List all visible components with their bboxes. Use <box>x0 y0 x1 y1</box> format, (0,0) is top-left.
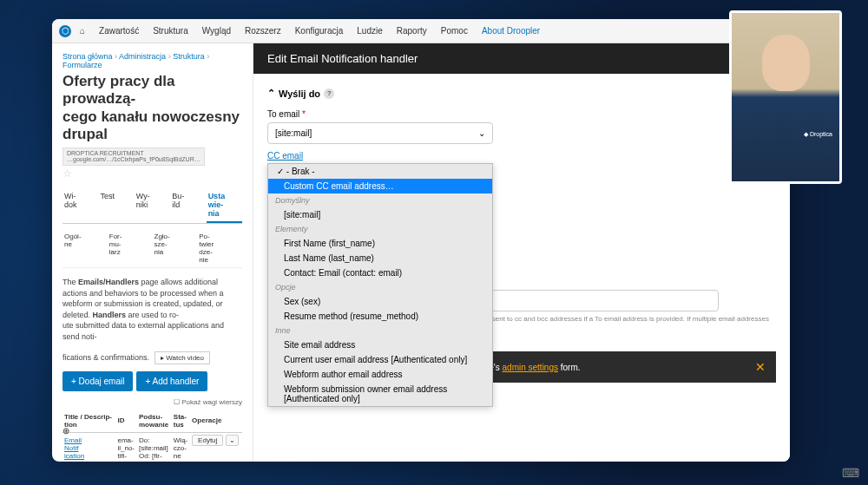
browser-window: ⬡ ⌂ Zawartość Struktura Wygląd Rozszerz … <box>52 19 790 462</box>
drag-handle-icon[interactable]: ⊕ <box>62 426 69 436</box>
breadcrumb-home[interactable]: Strona główna <box>62 52 113 61</box>
right-panel: Edit Email Notification handler ⌃ Wyślij… <box>253 43 790 462</box>
to-email-select[interactable]: [site:mail] ⌄ <box>267 122 493 144</box>
close-icon[interactable]: ✕ <box>755 360 766 374</box>
dialog-body: ⌃ Wyślij do ? To email * [site:mail] ⌄ C… <box>253 74 790 462</box>
opt-author[interactable]: Webform author email address <box>268 367 492 382</box>
handler-summary: Do: [site:mail] Od: [fir- st_name] [last… <box>137 432 172 462</box>
chevron-down-icon: ⌃ <box>267 88 275 99</box>
watch-video-button[interactable]: ▸ Watch video <box>155 351 210 364</box>
tab-test[interactable]: Test <box>98 188 134 223</box>
chevron-down-icon: ⌄ <box>478 128 485 138</box>
toolbar-konfiguracja[interactable]: Konfiguracja <box>290 24 349 37</box>
breadcrumb-struktura[interactable]: Struktura <box>173 52 205 61</box>
tab-ustawienia[interactable]: Usta wie- nia <box>207 188 242 223</box>
tab-build[interactable]: Bu- ild <box>170 188 206 223</box>
tab-wyniki[interactable]: Wy- niki <box>135 188 170 223</box>
toolbar-home-icon[interactable]: ⌂ <box>75 24 90 37</box>
group-options: Opcje <box>268 280 492 294</box>
opt-lastname[interactable]: Last Name (last_name) <box>268 251 492 265</box>
toolbar-wyglad[interactable]: Wygląd <box>197 24 236 37</box>
th-id: ID <box>115 410 137 433</box>
opt-current-user[interactable]: Current user email address [Authenticate… <box>268 352 492 367</box>
opt-site-email[interactable]: Site email address <box>268 338 492 352</box>
group-default: Domyślny <box>268 193 492 207</box>
dropdown-toggle[interactable]: ⌄ <box>226 435 239 446</box>
opt-resume[interactable]: Resume method (resume_method) <box>268 309 492 324</box>
theater-mode-icon[interactable]: ⌨ <box>842 466 859 480</box>
send-to-details[interactable]: ⌃ Wyślij do ? <box>267 84 776 102</box>
handler-id: ema- il_no- tifi- ca- tion <box>115 432 137 462</box>
cc-email-label: CC email <box>267 151 776 161</box>
primary-tabs: Wi- dok Test Wy- niki Bu- ild Usta wie- … <box>62 188 242 224</box>
opt-sex[interactable]: Sex (sex) <box>268 294 492 309</box>
opt-none[interactable]: - Brak - <box>268 164 492 179</box>
th-status: Sta- tus <box>172 410 190 433</box>
toolbar-zawartosc[interactable]: Zawartość <box>94 24 144 37</box>
desc-continued: fications & confirmations. <box>62 352 149 364</box>
webcam-overlay: ◆ Droptica <box>729 10 842 184</box>
help-icon[interactable]: ? <box>324 88 334 99</box>
opt-firstname[interactable]: First Name (first_name) <box>268 236 492 251</box>
dialog-title: Edit Email Notification handler <box>253 43 790 74</box>
source-badge: DROPTICA RECRUITMENT …google.com/…/1cCix… <box>62 147 205 166</box>
cc-email-dropdown[interactable]: - Brak - Custom CC email address… Domyśl… <box>267 163 493 407</box>
admin-toolbar: ⬡ ⌂ Zawartość Struktura Wygląd Rozszerz … <box>52 19 790 43</box>
toolbar-raporty[interactable]: Raporty <box>391 24 432 37</box>
breadcrumb-admin[interactable]: Administracja <box>119 52 166 61</box>
subtab-zgloszenia[interactable]: Zgło- sze- nia <box>153 229 198 267</box>
subtab-potwierdzenie[interactable]: Po- twier dze- nie <box>197 229 242 267</box>
admin-settings-link[interactable]: admin settings <box>503 363 558 372</box>
show-row-weights[interactable]: ☐ Pokaż wagi wierszy <box>62 398 242 406</box>
handler-title-link[interactable]: Email Notif ication <box>64 436 84 460</box>
handlers-table: Title / Descrip- tion ID Podsu- mowanie … <box>62 410 242 462</box>
handler-desc: Sends a we- bform sub- mis- sion <box>64 460 84 462</box>
subtab-formularz[interactable]: For- mu- larz <box>108 229 153 267</box>
toolbar-struktura[interactable]: Struktura <box>148 24 194 37</box>
toolbar-pomoc[interactable]: Pomoc <box>436 24 473 37</box>
subtab-ogolne[interactable]: Ogól- ne <box>62 229 108 267</box>
main-content: Strona główna › Administracja › Struktur… <box>52 43 790 462</box>
toolbar-rozszerz[interactable]: Rozszerz <box>240 24 286 37</box>
table-row: Email Notif ication Sends a we- bform su… <box>62 432 242 462</box>
opt-custom[interactable]: Custom CC email address… <box>268 179 492 193</box>
opt-sitemail[interactable]: [site:mail] <box>268 207 492 222</box>
toolbar-ludzie[interactable]: Ludzie <box>352 24 387 37</box>
favorite-star-icon[interactable]: ☆ <box>62 167 242 180</box>
add-handler-button[interactable]: + Add handler <box>136 371 207 391</box>
th-title: Title / Descrip- tion <box>62 410 115 433</box>
presenter-face <box>762 35 810 91</box>
secondary-tabs: Ogól- ne For- mu- larz Zgło- sze- nia Po… <box>62 229 242 268</box>
to-email-label: To email * <box>267 109 776 119</box>
group-other: Inne <box>268 324 492 338</box>
add-email-button[interactable]: + Dodaj email <box>62 371 133 391</box>
left-panel: Strona główna › Administracja › Struktur… <box>52 43 253 462</box>
opt-owner[interactable]: Webform submission owner email address [… <box>268 382 492 406</box>
handler-status: Włą- czo- ne <box>172 432 190 462</box>
breadcrumb: Strona główna › Administracja › Struktur… <box>62 52 242 69</box>
tab-widok[interactable]: Wi- dok <box>62 188 98 223</box>
edit-button[interactable]: Edytuj <box>192 435 223 446</box>
page-description: The Emails/Handlers page allows addition… <box>62 277 242 343</box>
droptica-logo: ◆ Droptica <box>804 131 832 138</box>
page-title: Oferty pracy dla prowadzą- cego kanału n… <box>62 73 242 144</box>
group-elements: Elementy <box>268 222 492 236</box>
opt-contact-email[interactable]: Contact: Email (contact: email) <box>268 265 492 280</box>
th-summary: Podsu- mowanie <box>137 410 172 433</box>
th-operations: Operacje <box>190 410 242 433</box>
breadcrumb-formularze[interactable]: Formularze <box>62 61 102 69</box>
drupal-logo-icon[interactable]: ⬡ <box>59 25 71 37</box>
toolbar-about-droopler[interactable]: About Droopler <box>477 24 545 37</box>
